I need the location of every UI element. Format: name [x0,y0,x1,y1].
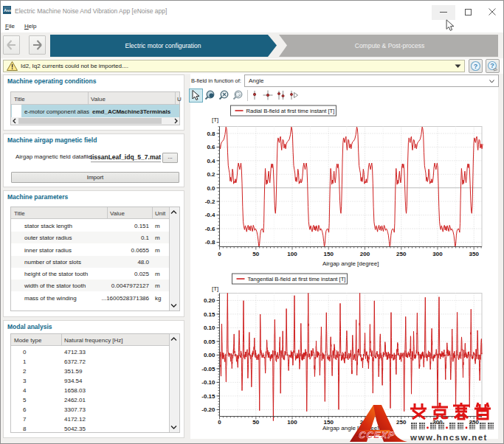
svg-text:0.00: 0.00 [204,352,215,358]
svg-text:0.20: 0.20 [204,297,215,304]
svg-text:-0.4: -0.4 [205,212,215,218]
svg-text:-0.6: -0.6 [205,226,215,232]
svg-text:[T]: [T] [212,117,218,123]
svg-text:Compute & Post-process: Compute & Post-process [355,42,424,49]
svg-text:0: 0 [218,419,221,426]
svg-text:-0.10: -0.10 [201,379,215,386]
svg-text:0: 0 [218,251,221,257]
svg-text:Airgap angle [degree]: Airgap angle [degree] [322,260,379,267]
svg-text:?: ? [490,62,494,69]
svg-text:0.8: 0.8 [207,131,215,137]
svg-text:-0.8: -0.8 [205,239,215,246]
svg-text:300: 300 [432,251,443,257]
svg-text:0.05: 0.05 [204,339,215,345]
svg-text:50: 50 [252,419,259,426]
svg-text:100: 100 [287,419,297,426]
svg-text:[T]: [T] [212,285,218,292]
svg-text:200: 200 [360,251,370,257]
svg-text:Tangential B-field at first ti: Tangential B-field at first time instant… [248,276,346,282]
svg-text:350: 350 [469,251,480,257]
svg-text:0.4: 0.4 [207,158,215,164]
svg-text:CCEXP: CCEXP [358,430,396,440]
svg-text:0.15: 0.15 [204,311,215,318]
svg-text:-0.2: -0.2 [205,198,215,205]
svg-text:250: 250 [396,251,407,257]
svg-text:100: 100 [287,251,297,257]
svg-text:0.0: 0.0 [207,185,215,192]
svg-text:0.10: 0.10 [204,325,215,331]
svg-text:?: ? [474,63,478,70]
svg-text:-0.05: -0.05 [201,366,215,372]
svg-text:Electric motor configuration: Electric motor configuration [125,42,201,49]
svg-text:0.2: 0.2 [207,171,215,178]
svg-text:150: 150 [324,251,334,257]
svg-text:Radial B-field at first time i: Radial B-field at first time instant [T] [246,108,335,114]
svg-text:-0.15: -0.15 [201,393,215,400]
svg-text:www.hncsw.net: www.hncsw.net [410,433,488,442]
svg-text:0.6: 0.6 [207,144,215,150]
svg-text:-0.20: -0.20 [201,406,215,413]
svg-text:50: 50 [252,251,259,257]
